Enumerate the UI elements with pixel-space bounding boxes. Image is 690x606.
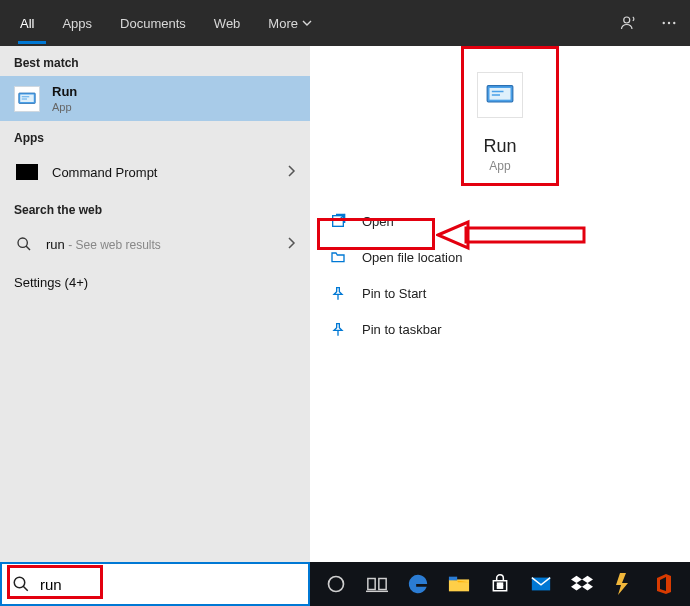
tab-more[interactable]: More [254, 0, 326, 46]
svg-point-15 [14, 577, 25, 588]
folder-icon [328, 247, 348, 267]
taskbar-winamp[interactable] [604, 562, 643, 606]
settings-group[interactable]: Settings (4+) [0, 265, 310, 300]
action-open-file-location[interactable]: Open file location [310, 239, 690, 275]
taskbar-task-view[interactable] [357, 562, 396, 606]
svg-rect-19 [378, 579, 385, 590]
pin-start-icon [328, 283, 348, 303]
result-web-hint: - See web results [65, 238, 161, 252]
preview-run-icon [477, 72, 523, 118]
run-icon [14, 86, 40, 112]
svg-rect-18 [367, 579, 374, 590]
result-run-title: Run [52, 84, 77, 99]
search-web-header: Search the web [0, 193, 310, 223]
svg-point-17 [328, 577, 343, 592]
search-input[interactable] [40, 564, 308, 604]
chevron-right-icon [286, 165, 296, 180]
taskbar [310, 562, 690, 606]
taskbar-file-explorer[interactable] [439, 562, 478, 606]
action-pin-taskbar[interactable]: Pin to taskbar [310, 311, 690, 347]
feedback-icon[interactable] [612, 6, 646, 40]
search-bar [0, 562, 310, 606]
chevron-right-icon [286, 237, 296, 252]
tab-all[interactable]: All [6, 0, 48, 46]
preview-subtitle: App [310, 159, 690, 173]
taskbar-cortana[interactable] [316, 562, 355, 606]
apps-header: Apps [0, 121, 310, 151]
svg-line-16 [23, 586, 28, 591]
result-run-subtitle: App [52, 101, 77, 113]
preview-panel: Run App Open Open file location Pin t [310, 46, 690, 562]
taskbar-mail[interactable] [522, 562, 561, 606]
svg-rect-5 [20, 94, 34, 102]
preview-title: Run [310, 136, 690, 157]
search-icon [2, 575, 40, 593]
svg-line-7 [26, 246, 30, 250]
svg-rect-22 [449, 577, 457, 581]
action-pin-taskbar-label: Pin to taskbar [362, 322, 442, 337]
svg-rect-26 [500, 586, 502, 588]
svg-point-1 [663, 22, 665, 24]
svg-rect-9 [490, 88, 511, 100]
search-results-panel: Best match Run App Apps Command Prompt S… [0, 46, 310, 562]
svg-point-6 [18, 238, 27, 247]
action-open[interactable]: Open [310, 203, 690, 239]
result-web-term: run [46, 237, 65, 252]
taskbar-dropbox[interactable] [563, 562, 602, 606]
svg-rect-24 [500, 583, 502, 585]
action-file-location-label: Open file location [362, 250, 462, 265]
action-pin-start[interactable]: Pin to Start [310, 275, 690, 311]
svg-rect-23 [497, 583, 499, 585]
tab-more-label: More [268, 16, 298, 31]
tab-apps[interactable]: Apps [48, 0, 106, 46]
pin-taskbar-icon [328, 319, 348, 339]
search-icon [14, 231, 34, 257]
best-match-header: Best match [0, 46, 310, 76]
command-prompt-icon [14, 159, 40, 185]
action-pin-start-label: Pin to Start [362, 286, 426, 301]
chevron-down-icon [302, 18, 312, 28]
search-tabs: All Apps Documents Web More [0, 0, 690, 46]
taskbar-store[interactable] [480, 562, 519, 606]
result-command-prompt[interactable]: Command Prompt [0, 151, 310, 193]
result-web-run[interactable]: run - See web results [0, 223, 310, 265]
result-cmd-title: Command Prompt [52, 165, 157, 180]
svg-point-3 [673, 22, 675, 24]
action-open-label: Open [362, 214, 394, 229]
taskbar-edge[interactable] [398, 562, 437, 606]
result-run[interactable]: Run App [0, 76, 310, 121]
open-icon [328, 211, 348, 231]
svg-rect-25 [497, 586, 499, 588]
more-options-icon[interactable] [652, 6, 686, 40]
tab-web[interactable]: Web [200, 0, 255, 46]
tab-documents[interactable]: Documents [106, 0, 200, 46]
svg-point-0 [624, 17, 630, 23]
taskbar-office[interactable] [645, 562, 684, 606]
svg-point-2 [668, 22, 670, 24]
